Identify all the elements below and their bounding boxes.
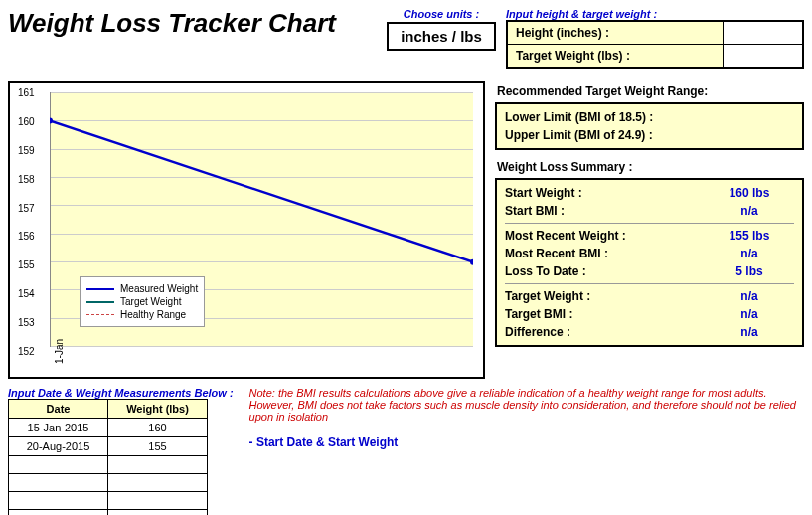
summary-label: Start Weight : (505, 186, 705, 200)
summary-label: Most Recent BMI : (505, 247, 705, 260)
y-tick: 156 (18, 231, 35, 242)
legend-item: Measured Weight (120, 283, 198, 294)
table-row (9, 492, 208, 510)
y-tick: 154 (18, 288, 35, 299)
legend-item: Target Weight (120, 296, 182, 307)
date-cell[interactable] (9, 456, 108, 474)
weight-cell[interactable]: 155 (108, 437, 208, 456)
table-row (9, 456, 208, 474)
summary-value: 160 lbs (705, 186, 794, 200)
summary-value: n/a (705, 289, 794, 303)
height-input[interactable] (723, 22, 802, 44)
summary-label: Loss To Date : (505, 264, 705, 278)
data-entry-table: Date Weight (lbs) 15-Jan-201516020-Aug-2… (8, 399, 208, 515)
summary-label: Difference : (505, 325, 705, 339)
upper-limit-value (705, 128, 794, 142)
legend-item: Healthy Range (120, 309, 186, 320)
recommended-heading: Recommended Target Weight Range: (495, 81, 804, 102)
y-tick: 159 (18, 144, 35, 155)
summary-label: Target Weight : (505, 289, 705, 303)
x-tick: 1-Jan (54, 339, 65, 364)
input-height-heading: Input height & target weight : (506, 8, 804, 20)
weight-cell[interactable] (108, 510, 208, 516)
y-tick: 157 (18, 202, 35, 213)
summary-value: n/a (705, 204, 794, 218)
table-row: 15-Jan-2015160 (9, 419, 208, 437)
summary-value: n/a (705, 247, 794, 260)
table-row (9, 510, 208, 516)
y-tick: 160 (18, 115, 35, 126)
page-title: Weight Loss Tracker Chart (8, 8, 336, 39)
col-date: Date (9, 400, 108, 419)
col-weight: Weight (lbs) (108, 400, 208, 419)
summary-value: 155 lbs (705, 229, 794, 243)
summary-label: Most Recent Weight : (505, 229, 705, 243)
bmi-note: Note: the BMI results calculations above… (249, 387, 804, 423)
weight-cell[interactable] (108, 492, 208, 510)
chart-legend: Measured Weight Target Weight Healthy Ra… (80, 276, 205, 327)
y-tick: 152 (18, 346, 35, 357)
table-row: 20-Aug-2015155 (9, 437, 208, 456)
date-cell[interactable] (9, 510, 108, 516)
summary-label: Target BMI : (505, 307, 705, 321)
summary-value: n/a (705, 307, 794, 321)
start-date-label: - Start Date & Start Weight (249, 435, 804, 449)
data-entry-heading: Input Date & Weight Measurements Below : (8, 387, 234, 399)
table-row (9, 474, 208, 492)
weight-cell[interactable] (108, 474, 208, 492)
weight-chart: 152153154155156157158159160161 1-Jan Mea… (8, 81, 485, 379)
summary-label: Start BMI : (505, 204, 705, 218)
date-cell[interactable] (9, 492, 108, 510)
y-tick: 155 (18, 259, 35, 270)
summary-value: n/a (705, 325, 794, 339)
weight-cell[interactable]: 160 (108, 419, 208, 437)
height-label: Height (inches) : (508, 22, 723, 44)
choose-units-label: Choose units : (387, 8, 496, 20)
y-tick: 161 (18, 87, 35, 98)
lower-limit-value (705, 110, 794, 124)
target-weight-input[interactable] (723, 45, 802, 67)
date-cell[interactable]: 20-Aug-2015 (9, 437, 108, 456)
summary-value: 5 lbs (705, 264, 794, 278)
y-tick: 153 (18, 317, 35, 328)
lower-limit-label: Lower Limit (BMI of 18.5) : (505, 110, 705, 124)
upper-limit-label: Upper Limit (BMI of 24.9) : (505, 128, 705, 142)
weight-cell[interactable] (108, 456, 208, 474)
date-cell[interactable]: 15-Jan-2015 (9, 419, 108, 437)
summary-heading: Weight Loss Summary : (495, 156, 804, 178)
divider (249, 429, 804, 429)
y-tick: 158 (18, 173, 35, 184)
target-weight-label: Target Weight (lbs) : (508, 45, 723, 67)
units-selector[interactable]: inches / lbs (387, 22, 496, 51)
date-cell[interactable] (9, 474, 108, 492)
